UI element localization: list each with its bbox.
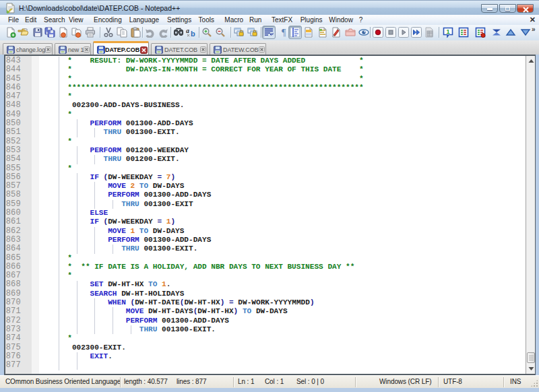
svg-text:a: a [186,27,189,34]
svg-text:b: b [191,30,195,38]
svg-text:¶: ¶ [282,28,286,38]
svg-text:1: 1 [447,28,450,35]
